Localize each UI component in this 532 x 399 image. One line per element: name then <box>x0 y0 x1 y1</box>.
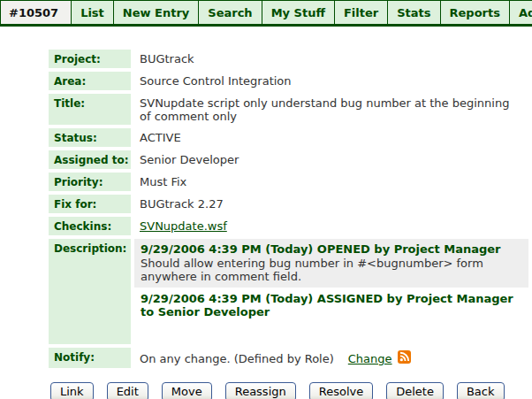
field-label-status: Status: <box>49 128 131 147</box>
field-label-assigned-to: Assigned to: <box>49 150 131 169</box>
action-button-row: Link Edit Move Reassign Resolve Delete B… <box>50 382 532 399</box>
description-history: 9/29/2006 4:39 PM (Today) OPENED by Proj… <box>134 239 528 344</box>
field-label-project: Project: <box>49 50 131 68</box>
bug-id-cell: #10507 <box>0 0 72 25</box>
field-label-fix-for: Fix for: <box>49 195 131 213</box>
field-value-title: SVNupdate script only understand bug num… <box>134 94 528 125</box>
menu-item-list[interactable]: List <box>71 0 114 25</box>
bug-detail-table: Project: BUGtrack Area: Source Control I… <box>49 50 532 368</box>
field-label-title: Title: <box>49 94 131 125</box>
menu-item-my-stuff[interactable]: My Stuff <box>262 0 335 25</box>
checkin-file-link[interactable]: SVNupdate.wsf <box>140 219 227 233</box>
edit-button[interactable]: Edit <box>107 382 148 399</box>
field-value-fix-for: BUGtrack 2.27 <box>134 195 528 213</box>
menu-item-admin[interactable]: Admin <box>509 0 532 25</box>
field-label-checkins: Checkins: <box>49 217 131 235</box>
reassign-button[interactable]: Reassign <box>225 382 296 399</box>
field-value-assigned-to: Senior Developer <box>134 150 528 169</box>
description-entry-assigned: 9/29/2006 4:39 PM (Today) ASSIGNED by Pr… <box>134 288 528 323</box>
delete-button[interactable]: Delete <box>386 382 444 399</box>
menu-item-new-entry[interactable]: New Entry <box>113 0 199 25</box>
field-value-status: ACTIVE <box>134 128 528 147</box>
move-button[interactable]: Move <box>162 382 212 399</box>
field-label-description: Description: <box>49 239 131 344</box>
rss-feed-icon[interactable] <box>398 350 411 366</box>
description-entry-opened: 9/29/2006 4:39 PM (Today) OPENED by Proj… <box>134 239 528 288</box>
description-entry-header: 9/29/2006 4:39 PM (Today) ASSIGNED by Pr… <box>141 292 522 318</box>
field-value-project: BUGtrack <box>134 50 528 68</box>
notify-change-link[interactable]: Change <box>348 352 392 365</box>
description-entry-body: Should allow entering bug number in #<bu… <box>141 257 522 283</box>
field-label-notify: Notify: <box>49 348 131 368</box>
menu-item-filter[interactable]: Filter <box>334 0 388 25</box>
menu-item-stats[interactable]: Stats <box>387 0 440 25</box>
field-value-area: Source Control Integration <box>134 72 528 90</box>
link-button[interactable]: Link <box>50 382 94 399</box>
resolve-button[interactable]: Resolve <box>309 382 373 399</box>
field-value-priority: Must Fix <box>134 173 528 191</box>
notify-text: On any change. (Defined by Role) <box>140 352 334 365</box>
description-entry-header: 9/29/2006 4:39 PM (Today) OPENED by Proj… <box>141 242 522 256</box>
field-label-area: Area: <box>49 72 131 90</box>
menu-item-reports[interactable]: Reports <box>440 0 510 25</box>
top-menu-bar: #10507 List New Entry Search My Stuff Fi… <box>0 0 532 27</box>
back-button[interactable]: Back <box>457 382 505 399</box>
field-label-priority: Priority: <box>49 173 131 191</box>
field-value-checkins: SVNupdate.wsf <box>134 217 528 235</box>
field-value-notify: On any change. (Defined by Role) Change <box>134 348 528 368</box>
menu-item-search[interactable]: Search <box>198 0 262 25</box>
